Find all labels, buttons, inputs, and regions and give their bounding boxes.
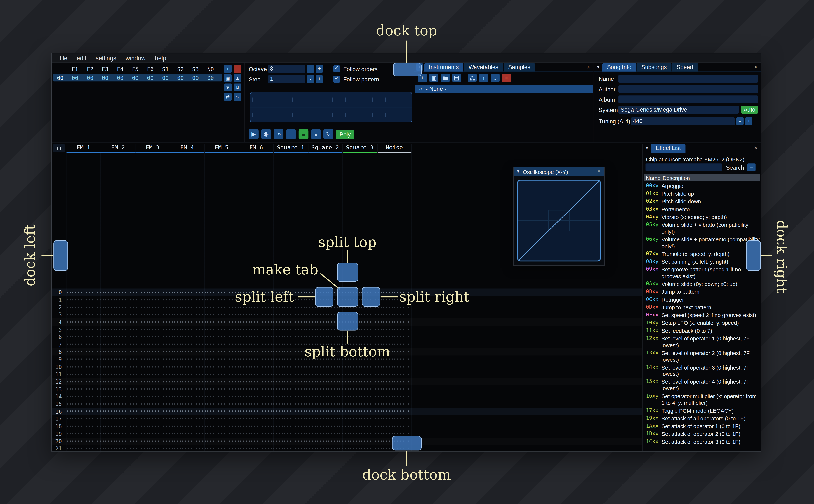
pattern-row-12[interactable]: 12 [52, 378, 642, 385]
close-song-info-button[interactable]: × [751, 62, 761, 72]
menu-item-window[interactable]: window [121, 55, 150, 61]
edit-record-button[interactable]: ● [298, 129, 308, 139]
name-input[interactable] [619, 75, 758, 83]
pattern-row-17[interactable]: 17 [52, 415, 642, 422]
follow-pattern-checkbox[interactable]: ✓ Follow pattern [333, 76, 379, 83]
channel-header-fm-6[interactable]: FM 6 [239, 144, 273, 153]
collapse-icon[interactable]: ▼ [643, 144, 651, 153]
split-target-right[interactable] [362, 287, 380, 307]
channel-header-fm-4[interactable]: FM 4 [170, 144, 205, 153]
channel-header-noise[interactable]: Noise [377, 144, 412, 153]
play-button[interactable]: ▶ [249, 129, 259, 139]
pattern-row-18[interactable]: 18 [52, 423, 642, 430]
hamburger-menu-button[interactable]: ≡ [747, 163, 755, 171]
step-increase-button[interactable]: + [316, 75, 323, 83]
close-instruments-button[interactable]: × [584, 62, 594, 72]
follow-orders-checkbox[interactable]: ✓ Follow orders [333, 65, 378, 72]
oscilloscope-title-bar[interactable]: ▼ Oscilloscope (X-Y) × [514, 167, 605, 176]
pattern-row-21[interactable]: 21 [52, 445, 642, 451]
author-input[interactable] [619, 85, 758, 93]
instrument-duplicate-button[interactable]: ▣ [430, 74, 438, 82]
instrument-item-none[interactable]: ○ - None - [415, 85, 593, 93]
order-add-button[interactable]: + [224, 65, 231, 73]
repeat-pattern-button[interactable]: ↻ [323, 129, 333, 139]
tab-samples[interactable]: Samples [504, 63, 535, 72]
channel-header-fm-1[interactable]: FM 1 [67, 144, 101, 153]
piano-keyboard[interactable] [250, 92, 413, 123]
instrument-move-down-button[interactable]: ↓ [491, 74, 500, 82]
play-repeat-button[interactable]: ◉ [261, 129, 271, 139]
tab-wavetables[interactable]: Wavetables [464, 63, 503, 72]
dock-target-right[interactable] [746, 240, 761, 271]
instrument-save-button[interactable] [452, 74, 461, 82]
tab-instruments[interactable]: Instruments [424, 63, 464, 72]
collapse-icon[interactable]: ▼ [516, 167, 520, 176]
oscilloscope-title: Oscilloscope (X-Y) [523, 168, 568, 175]
dock-target-bottom[interactable] [392, 436, 422, 450]
pattern-row-11[interactable]: 11 [52, 370, 642, 378]
octave-increase-button[interactable]: + [316, 65, 323, 73]
pattern-row-13[interactable]: 13 [52, 385, 642, 393]
order-remove-button[interactable]: − [234, 65, 241, 73]
orders-selected-row[interactable]: 00 00000000000000000000 [53, 74, 222, 81]
system-input[interactable]: Sega Genesis/Mega Drive [619, 106, 739, 114]
empty-row-dots [67, 403, 410, 405]
channel-header-fm-2[interactable]: FM 2 [101, 144, 135, 153]
pattern-row-20[interactable]: 20 [52, 437, 642, 445]
poly-button[interactable]: Poly [336, 130, 354, 139]
channel-header-square-1[interactable]: Square 1 [274, 144, 308, 153]
order-value: 00 [83, 74, 98, 81]
instrument-move-up-button[interactable]: ↑ [479, 74, 488, 82]
metronome-button[interactable]: ▲ [311, 129, 321, 139]
dock-target-left[interactable] [53, 240, 68, 271]
instrument-delete-button[interactable]: × [502, 74, 511, 82]
tab-effect-list[interactable]: Effect List [651, 144, 685, 153]
play-from-cursor-button[interactable]: ↠ [274, 129, 284, 139]
instrument-dir-toggle-button[interactable] [468, 74, 477, 82]
pattern-row-19[interactable]: 19 [52, 430, 642, 437]
order-move-down-button[interactable]: ▼ [224, 84, 231, 91]
tuning-decrease-button[interactable]: - [736, 117, 744, 125]
split-target-top[interactable] [337, 263, 358, 282]
step-decrease-button[interactable]: - [307, 75, 314, 83]
effect-row-15xx: 15xxSet level of operator 4 (0 highest, … [644, 378, 760, 392]
channel-header-fm-5[interactable]: FM 5 [205, 144, 239, 153]
tuning-input[interactable]: 440 [631, 117, 735, 125]
effect-search-input[interactable] [646, 163, 722, 171]
step-input[interactable]: 1 [268, 75, 305, 83]
menu-item-help[interactable]: help [150, 55, 171, 61]
album-input[interactable] [619, 95, 758, 103]
instrument-open-button[interactable] [441, 74, 450, 82]
tab-subsongs[interactable]: Subsongs [637, 63, 672, 72]
menu-item-settings[interactable]: settings [91, 55, 121, 61]
octave-decrease-button[interactable]: - [307, 65, 314, 73]
channel-header-square-2[interactable]: Square 2 [308, 144, 343, 153]
order-edit-mode-button[interactable]: ↖ [234, 93, 241, 101]
collapse-icon[interactable]: ▼ [594, 62, 602, 72]
channel-header-fm-3[interactable]: FM 3 [135, 144, 170, 153]
auto-system-button[interactable]: Auto [741, 106, 758, 114]
tab-song-info[interactable]: Song Info [602, 63, 636, 72]
order-change-mode-button[interactable]: ⇄ [224, 93, 231, 101]
order-duplicate-button[interactable]: ▣ [224, 74, 231, 82]
menu-item-edit[interactable]: edit [72, 55, 91, 61]
pattern-row-10[interactable]: 10 [52, 363, 642, 370]
pattern-row-16[interactable]: 16 [52, 408, 642, 415]
pattern-row-14[interactable]: 14 [52, 393, 642, 400]
octave-input[interactable]: 3 [268, 65, 305, 73]
pattern-options-button[interactable]: ++ [53, 144, 65, 152]
tab-speed[interactable]: Speed [672, 63, 698, 72]
order-duplicate-end-button[interactable]: ⇊ [234, 84, 241, 91]
make-tab-target[interactable] [337, 287, 358, 307]
split-target-bottom[interactable] [337, 312, 358, 330]
step-one-row-button[interactable]: ↓ [286, 129, 296, 139]
pattern-row-15[interactable]: 15 [52, 400, 642, 407]
close-effect-list-button[interactable]: × [751, 143, 761, 153]
channel-header-square-3[interactable]: Square 3 [343, 144, 377, 153]
split-target-left[interactable] [315, 287, 333, 307]
dock-target-top[interactable] [393, 63, 422, 76]
menu-item-file[interactable]: file [55, 55, 72, 61]
tuning-increase-button[interactable]: + [745, 117, 752, 125]
close-oscilloscope-button[interactable]: × [596, 167, 602, 176]
order-move-up-button[interactable]: ▲ [234, 74, 241, 82]
